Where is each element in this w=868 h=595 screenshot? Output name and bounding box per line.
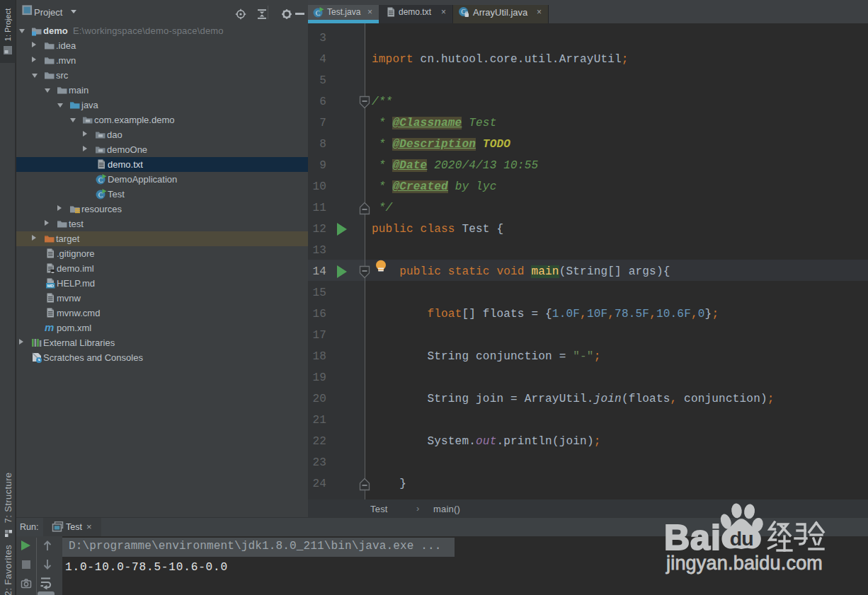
svg-text:du: du (730, 527, 753, 550)
